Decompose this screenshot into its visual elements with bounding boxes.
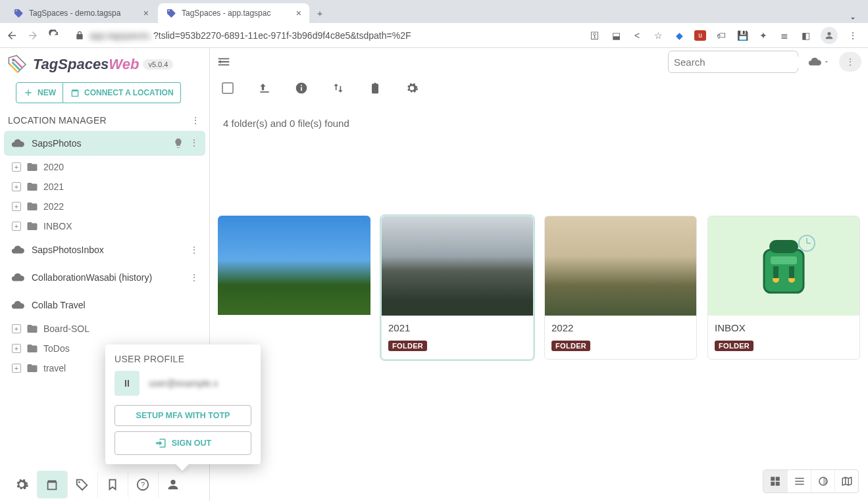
- location-item[interactable]: CollaborationWasabi (history) ⋮: [4, 265, 205, 290]
- browser-tab-strip: TagSpaces - demo.tagspa × TagSpaces - ap…: [0, 0, 868, 23]
- folder-card[interactable]: [218, 216, 370, 360]
- location-name: CollaborationWasabi (history): [32, 272, 183, 283]
- more-button[interactable]: ⋮: [839, 52, 861, 72]
- new-tab-button[interactable]: ＋: [311, 5, 329, 23]
- shield-icon[interactable]: u: [694, 30, 706, 41]
- kebab-icon[interactable]: ⋮: [847, 30, 859, 41]
- puzzle-icon[interactable]: ✦: [757, 30, 769, 41]
- save-icon[interactable]: 💾: [736, 30, 748, 41]
- location-menu-button[interactable]: ⋮: [190, 137, 199, 149]
- sign-out-button[interactable]: SIGN OUT: [115, 431, 251, 455]
- gallery-view-button[interactable]: [811, 470, 834, 492]
- setup-mfa-button[interactable]: SETUP MFA WITH TOTP: [115, 405, 251, 426]
- folder-icon: [26, 161, 38, 173]
- pin-blue-icon[interactable]: ◆: [673, 30, 685, 41]
- user-profile-popover: USER PROFILE II user@example.x SETUP MFA…: [105, 345, 261, 464]
- back-button[interactable]: [5, 30, 18, 41]
- expand-icon[interactable]: +: [12, 182, 21, 191]
- install-icon[interactable]: ⬓: [610, 30, 622, 41]
- list-view-button[interactable]: [787, 470, 811, 492]
- tree-item[interactable]: +2022: [0, 197, 209, 216]
- forward-button[interactable]: [26, 30, 39, 41]
- reload-button[interactable]: [47, 30, 61, 41]
- close-tab-icon[interactable]: ×: [143, 8, 149, 18]
- clipboard-button[interactable]: [368, 81, 382, 95]
- locations-button[interactable]: [37, 471, 67, 498]
- card-title: INBOX: [715, 322, 853, 333]
- view-switcher: [763, 469, 859, 493]
- expand-icon[interactable]: +: [12, 344, 21, 353]
- brand: TagSpacesWeb v5.0.4: [0, 48, 209, 78]
- close-tab-icon[interactable]: ×: [296, 8, 301, 18]
- parent-folder-button[interactable]: [257, 81, 272, 95]
- tree-item[interactable]: +Board-SOL: [0, 319, 209, 339]
- svg-rect-8: [769, 240, 798, 253]
- location-menu-button[interactable]: ⋮: [190, 272, 199, 283]
- folder-thumbnail: [382, 216, 533, 316]
- folder-card[interactable]: 2021FOLDER: [381, 216, 534, 360]
- profile-avatar[interactable]: [821, 27, 838, 44]
- expand-icon[interactable]: +: [12, 364, 21, 373]
- main-header: ⋮: [210, 48, 868, 76]
- new-button[interactable]: NEW: [16, 82, 63, 103]
- location-item[interactable]: SapsPhotosInbox ⋮: [4, 237, 205, 262]
- section-menu-button[interactable]: ⋮: [191, 115, 200, 126]
- tab-title: TagSpaces - demo.tagspa: [29, 9, 140, 18]
- connect-button-label: CONNECT A LOCATION: [84, 88, 174, 97]
- folder-card[interactable]: INBOXFOLDER: [707, 216, 860, 360]
- cloud-dropdown[interactable]: [804, 55, 834, 69]
- tree-label: travel: [43, 363, 66, 373]
- cloud-icon: [11, 270, 25, 285]
- connect-location-button[interactable]: CONNECT A LOCATION: [63, 82, 181, 103]
- toggle-sidebar-button[interactable]: [217, 55, 231, 69]
- browser-tab-active[interactable]: TagSpaces - app.tagspac ×: [158, 3, 309, 23]
- location-item-active[interactable]: SapsPhotos ⋮: [4, 131, 205, 156]
- svg-rect-7: [764, 250, 804, 293]
- folder-thumbnail: [708, 216, 859, 316]
- search-input[interactable]: [674, 57, 799, 68]
- location-item[interactable]: Collab Travel: [4, 293, 205, 318]
- help-button[interactable]: ?: [128, 471, 158, 498]
- tag-ext-icon[interactable]: 🏷: [715, 30, 727, 41]
- key-icon[interactable]: ⚿: [589, 30, 601, 41]
- browser-tab[interactable]: TagSpaces - demo.tagspa ×: [5, 3, 157, 23]
- cloud-icon: [11, 298, 25, 312]
- location-menu-button[interactable]: ⋮: [190, 245, 199, 255]
- map-view-button[interactable]: [834, 470, 858, 492]
- highlight-icon[interactable]: [172, 137, 184, 149]
- info-button[interactable]: [294, 81, 309, 95]
- tab-list-button[interactable]: [843, 14, 863, 23]
- share-icon[interactable]: <: [631, 30, 643, 41]
- tree-item[interactable]: +INBOX: [0, 216, 209, 236]
- tree-item[interactable]: +2020: [0, 157, 209, 177]
- sidebar-actions: NEW CONNECT A LOCATION: [0, 78, 209, 110]
- tags-button[interactable]: [67, 471, 97, 498]
- tab-title: TagSpaces - app.tagspac: [182, 9, 292, 18]
- account-button[interactable]: [158, 471, 188, 498]
- folder-card[interactable]: 2022FOLDER: [544, 216, 697, 360]
- tag-favicon-icon: [13, 8, 24, 18]
- star-icon[interactable]: ☆: [652, 30, 664, 41]
- expand-icon[interactable]: +: [12, 324, 21, 333]
- panel-icon[interactable]: ◧: [800, 30, 811, 41]
- grid-view-button[interactable]: [763, 470, 787, 492]
- expand-icon[interactable]: +: [12, 222, 21, 231]
- settings-button[interactable]: [7, 471, 37, 498]
- list-icon[interactable]: ≣: [779, 30, 790, 41]
- sort-button[interactable]: [331, 81, 345, 95]
- expand-icon[interactable]: +: [12, 162, 21, 172]
- status-text: 4 folder(s) and 0 file(s) found: [210, 101, 868, 129]
- cloud-icon: [11, 243, 25, 257]
- chevron-down-icon: [823, 59, 830, 65]
- view-settings-button[interactable]: [405, 81, 419, 95]
- expand-icon[interactable]: +: [12, 202, 21, 211]
- bookmarks-button[interactable]: [97, 471, 128, 498]
- tree-label: ToDos: [43, 343, 70, 354]
- tree-item[interactable]: +2021: [0, 177, 209, 197]
- app-root: TagSpacesWeb v5.0.4 NEW CONNECT A LOCATI…: [0, 48, 868, 501]
- search-box[interactable]: [668, 51, 798, 73]
- folder-badge: FOLDER: [388, 341, 427, 351]
- select-all-checkbox[interactable]: [220, 81, 235, 95]
- address-bar[interactable]: app.tagspaces. ?tslid=953b2270-6891-11ec…: [68, 30, 581, 41]
- new-button-label: NEW: [38, 88, 56, 97]
